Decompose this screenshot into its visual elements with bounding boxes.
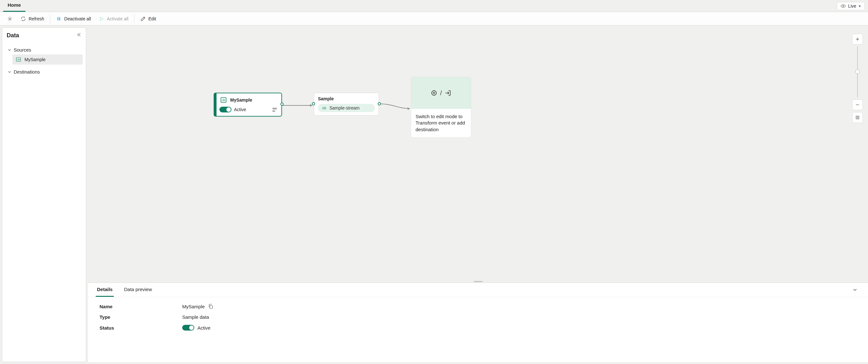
canvas[interactable]: MySample Active Sample: [88, 27, 868, 281]
activate-label: Activate all: [107, 16, 128, 21]
port-out[interactable]: [280, 103, 284, 106]
chevron-down-icon: ▼: [858, 4, 861, 8]
svg-rect-8: [856, 116, 859, 119]
eye-icon: [840, 3, 846, 9]
settings-button[interactable]: [4, 14, 16, 24]
gear-icon: [7, 16, 13, 22]
collapse-sidebar-button[interactable]: [75, 31, 83, 38]
refresh-label: Refresh: [29, 16, 44, 21]
zoom-slider[interactable]: [857, 47, 858, 97]
detail-type-value: Sample data: [182, 314, 209, 320]
refresh-button[interactable]: Refresh: [17, 14, 48, 24]
stream-icon: [322, 105, 327, 111]
zoom-thumb[interactable]: [855, 69, 860, 74]
chart-icon: [16, 57, 21, 62]
source-status-label: Active: [234, 107, 246, 112]
copy-icon[interactable]: [208, 304, 214, 309]
output-icon: [444, 89, 452, 96]
detail-type-label: Type: [99, 314, 182, 320]
svg-point-7: [433, 92, 435, 94]
detail-name-label: Name: [99, 304, 182, 309]
minus-icon: [855, 102, 860, 107]
detail-status-value: Active: [197, 325, 211, 331]
svg-point-1: [9, 18, 11, 20]
deactivate-button[interactable]: Deactivate all: [53, 14, 94, 24]
edit-label: Edit: [149, 16, 156, 21]
source-toggle[interactable]: [219, 107, 231, 112]
chevron-down-icon: [7, 48, 12, 52]
connector: [280, 101, 315, 110]
node-sample-title: Sample: [318, 96, 375, 101]
node-menu-button[interactable]: [271, 107, 278, 113]
tree-destinations-label: Destinations: [14, 69, 40, 75]
fit-icon: [855, 115, 860, 120]
live-button[interactable]: Live ▼: [837, 2, 865, 10]
deactivate-label: Deactivate all: [64, 16, 91, 21]
zoom-in-button[interactable]: [852, 34, 863, 45]
chart-icon: [220, 96, 227, 104]
svg-rect-9: [857, 117, 858, 118]
separator: [134, 15, 134, 23]
svg-rect-10: [210, 305, 212, 309]
source-accent: [214, 93, 217, 116]
node-source-title: MySample: [230, 97, 252, 103]
tree-source-item[interactable]: MySample: [12, 54, 83, 65]
refresh-icon: [20, 16, 26, 22]
sidebar: Data Sources MySample Destinations: [2, 27, 86, 362]
toolbar: Refresh Deactivate all Activate all Edit: [0, 12, 868, 26]
node-sample[interactable]: Sample Sample-stream: [314, 93, 379, 116]
pause-icon: [56, 16, 62, 22]
edit-button[interactable]: Edit: [137, 14, 159, 24]
sidebar-title: Data: [7, 32, 83, 39]
tree-destinations[interactable]: Destinations: [5, 67, 83, 77]
zoom-controls: [852, 34, 863, 123]
chevron-down-icon: [852, 287, 858, 293]
svg-point-0: [843, 5, 844, 7]
stream-label: Sample-stream: [330, 105, 360, 111]
svg-rect-2: [58, 17, 58, 20]
detail-status-toggle[interactable]: [182, 325, 194, 331]
dest-head: /: [411, 77, 471, 109]
tab-details[interactable]: Details: [96, 283, 114, 297]
node-source[interactable]: MySample Active: [214, 93, 282, 117]
tree-source-item-label: MySample: [25, 57, 45, 62]
detail-status-label: Status: [99, 325, 182, 331]
connector: [378, 99, 413, 112]
plus-icon: [855, 37, 860, 42]
live-label: Live: [848, 3, 856, 8]
node-destination-placeholder[interactable]: / Switch to edit mode to Transform event…: [411, 77, 471, 138]
stream-pill[interactable]: Sample-stream: [318, 104, 375, 112]
chevron-down-icon: [7, 70, 12, 74]
details-panel: Details Data preview Name MySample Type: [88, 282, 868, 362]
dest-hint-text: Switch to edit mode to Transform event o…: [411, 109, 471, 137]
activate-button: Activate all: [95, 14, 132, 24]
port-out[interactable]: [378, 102, 381, 105]
edit-icon: [140, 16, 146, 22]
detail-name-value: MySample: [182, 304, 205, 309]
tree-sources-label: Sources: [14, 47, 31, 53]
svg-rect-3: [59, 17, 60, 20]
ribbon-tab-home[interactable]: Home: [3, 0, 25, 12]
tree-sources[interactable]: Sources: [5, 45, 83, 54]
collapse-panel-button[interactable]: [849, 284, 860, 295]
zoom-out-button[interactable]: [852, 100, 863, 110]
play-icon: [99, 16, 104, 22]
port-in[interactable]: [312, 102, 315, 105]
zoom-fit-button[interactable]: [852, 112, 863, 123]
chevron-double-left-icon: [76, 32, 82, 37]
transform-icon: [431, 89, 437, 96]
tab-data-preview[interactable]: Data preview: [123, 283, 153, 297]
separator: [50, 15, 50, 23]
slash: /: [440, 89, 442, 97]
svg-point-6: [432, 91, 437, 95]
